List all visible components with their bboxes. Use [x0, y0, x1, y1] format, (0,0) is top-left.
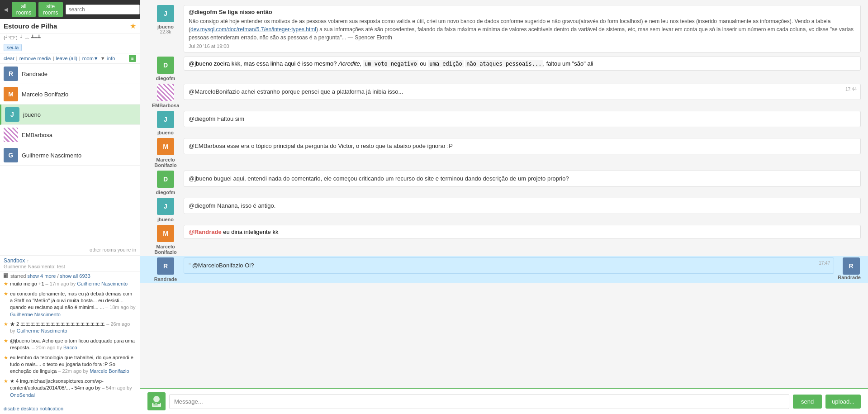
message-username[interactable]: diegofm	[156, 190, 175, 195]
leave-all-link[interactable]: leave (all)	[56, 56, 77, 61]
message-content-col: @diegofm Faltou sim	[184, 111, 861, 128]
starred-label: starred	[10, 273, 26, 279]
user-item[interactable]: RRandrade	[0, 64, 140, 84]
message-row: Jjbueno@diegofm Nanana, isso é antigo.	[140, 196, 868, 224]
starred-item: ★ @jbueno boa. Acho que o tom ficou adeq…	[4, 338, 136, 352]
message-avatar[interactable]: M	[157, 138, 174, 155]
starred-text: ★ 2 エエエエエエエエエエエエエエエエエ	[10, 321, 105, 327]
message-row: Ddiegofm@jbueno buguei aqui, entendi nad…	[140, 169, 868, 196]
message-text: @MarceloBonifazio Oi?	[192, 262, 254, 269]
show-all-link[interactable]: show all 6933	[60, 273, 90, 279]
user-name: Guilherme Nascimento	[22, 152, 81, 159]
user-item[interactable]: Jjbueno	[0, 105, 140, 125]
user-item[interactable]: EMBarbosa	[0, 125, 140, 145]
disable-notification-link[interactable]: disable desktop notification	[0, 403, 140, 414]
user-name: EMBarbosa	[22, 132, 52, 138]
sandbox-link[interactable]: Sandbox	[4, 257, 25, 264]
message-line: @diegofm Se liga nisso então	[189, 9, 856, 15]
starred-author-link[interactable]: Guilherme Nascimento	[17, 328, 67, 333]
message-username[interactable]: jbueno	[157, 130, 174, 135]
message-avatar-col: Jjbueno22.8k	[147, 5, 184, 34]
message-avatar[interactable]: J	[157, 198, 174, 215]
message-avatar[interactable]: D	[157, 57, 174, 74]
code-span: não ataques pessoais...	[465, 60, 543, 67]
message-text: @Randrade eu diria inteligente kk	[189, 228, 278, 235]
message-row: MMarcelo Bonifazio@Randrade eu diria int…	[140, 224, 868, 256]
message-text: @EMBarbosa esse era o tópico principal d…	[189, 143, 453, 149]
message-bubble: @MarceloBonifazio achei estranho porque …	[184, 84, 861, 100]
room-menu-link[interactable]: room▼	[82, 56, 99, 61]
show-more-link[interactable]: show 4 more	[27, 273, 56, 279]
starred-author-link[interactable]: Guilherme Nascimento	[77, 281, 128, 286]
search-input[interactable]	[66, 5, 140, 14]
star-button[interactable]: ★	[130, 22, 136, 30]
message-avatar-col: Ddiegofm	[147, 57, 184, 81]
send-button[interactable]: send	[793, 395, 822, 409]
svg-rect-4	[153, 404, 158, 405]
message-content-col: @EMBarbosa esse era o tópico principal d…	[184, 138, 861, 156]
message-avatar-col: MMarcelo Bonifazio	[147, 225, 184, 255]
message-avatar-right[interactable]: R	[843, 257, 860, 275]
message-quote-icon: "	[189, 262, 191, 269]
all-rooms-button[interactable]: all rooms	[12, 2, 36, 17]
message-username[interactable]: Marcelo Bonifazio	[147, 244, 184, 255]
code-span: uma edição	[428, 60, 463, 67]
chat-messages: Jjbueno22.8k@diegofm Se liga nisso então…	[140, 0, 868, 388]
clear-link[interactable]: clear	[4, 56, 14, 61]
user-item[interactable]: GGuilherme Nascimento	[0, 145, 140, 166]
message-row: EMBarbosa@MarceloBonifazio achei estranh…	[140, 82, 868, 109]
starred-author-link[interactable]: Marcelo Bonifazio	[90, 368, 129, 374]
message-bubble: @jbueno buguei aqui, entendi nada do com…	[184, 171, 861, 187]
user-name: Marcelo Bonifazio	[22, 91, 68, 98]
message-username[interactable]: diegofm	[156, 76, 175, 81]
message-username[interactable]: jbueno	[157, 217, 174, 222]
info-link[interactable]: info	[107, 56, 115, 61]
message-bubble: "@MarceloBonifazio Oi?17:47	[184, 257, 834, 274]
starred-author-link[interactable]: Bacco	[63, 345, 77, 350]
starred-text: ★ 4 img.michaeljacksonspictures.com/wp-c…	[10, 378, 104, 390]
message-username[interactable]: Randrade	[154, 276, 177, 282]
collapse-icon[interactable]: ◄	[3, 6, 9, 13]
message-bubble: @diegofm Faltou sim	[184, 111, 861, 127]
starred-item: ★ eu concordo plenamente, mas eu já deba…	[4, 290, 136, 319]
sei-la-tag[interactable]: sei-la	[4, 44, 22, 51]
room-description: (╯°□°）╯ ︵ ┻━┻	[0, 33, 140, 42]
message-input[interactable]	[169, 394, 789, 409]
user-list: RRandradeMMarcelo BonifazioJjbuenoEMBarb…	[0, 64, 140, 244]
message-avatar-col: EMBarbosa	[147, 84, 184, 108]
message-avatar[interactable]: J	[157, 5, 174, 22]
starred-item: ★ muito meigo +1 – 17m ago by Guilherme …	[4, 281, 136, 287]
starred-text: muito meigo +1	[10, 281, 44, 286]
starred-author-link[interactable]: Guilherme Nascimento	[10, 312, 61, 317]
message-bubble: @jbueno zoeira kkk, mas essa linha aqui …	[184, 57, 861, 71]
sandbox-section: Sandbox ↑ Guilherme Nascimento: test	[0, 256, 140, 271]
svg-rect-2	[153, 403, 156, 404]
starred-author-link[interactable]: OnoSendai	[10, 392, 35, 398]
starred-meta: – 20m ago by Bacco	[32, 345, 77, 350]
site-rooms-button[interactable]: site rooms	[38, 2, 62, 17]
message-username[interactable]: jbueno	[157, 24, 174, 29]
user-avatar: R	[4, 67, 18, 81]
message-username[interactable]: EMBarbosa	[152, 103, 180, 108]
message-time: 17:47	[819, 261, 830, 266]
message-text: @diegofm Nanana, isso é antigo.	[189, 202, 275, 209]
message-avatar[interactable]	[157, 84, 174, 101]
starred-meta: – 22m ago by Marcelo Bonifazio	[58, 368, 129, 374]
star-icon: ★	[4, 378, 8, 385]
message-row: Ddiegofm@jbueno zoeira kkk, mas essa lin…	[140, 55, 868, 82]
message-content-col: @MarceloBonifazio achei estranho porque …	[184, 84, 861, 101]
message-row: Jjbueno22.8k@diegofm Se liga nisso então…	[140, 4, 868, 55]
message-text: @MarceloBonifazio achei estranho porque …	[189, 88, 403, 95]
remove-media-link[interactable]: remove media	[19, 56, 51, 61]
message-avatar[interactable]: J	[157, 111, 174, 128]
upload-button[interactable]: upload...	[825, 395, 861, 409]
message-avatar[interactable]: D	[157, 171, 174, 188]
message-avatar[interactable]: M	[157, 225, 174, 242]
chat-avatar	[147, 392, 166, 410]
message-avatar[interactable]: R	[157, 257, 174, 275]
message-avatar-col: MMarcelo Bonifazio	[147, 138, 184, 168]
user-item[interactable]: MMarcelo Bonifazio	[0, 84, 140, 105]
message-username[interactable]: Marcelo Bonifazio	[147, 157, 184, 168]
message-link[interactable]: dev.mysql.com/doc/refman/5.7/en/integer-…	[190, 26, 316, 33]
sandbox-subtitle: Guilherme Nascimento: test	[4, 264, 136, 269]
